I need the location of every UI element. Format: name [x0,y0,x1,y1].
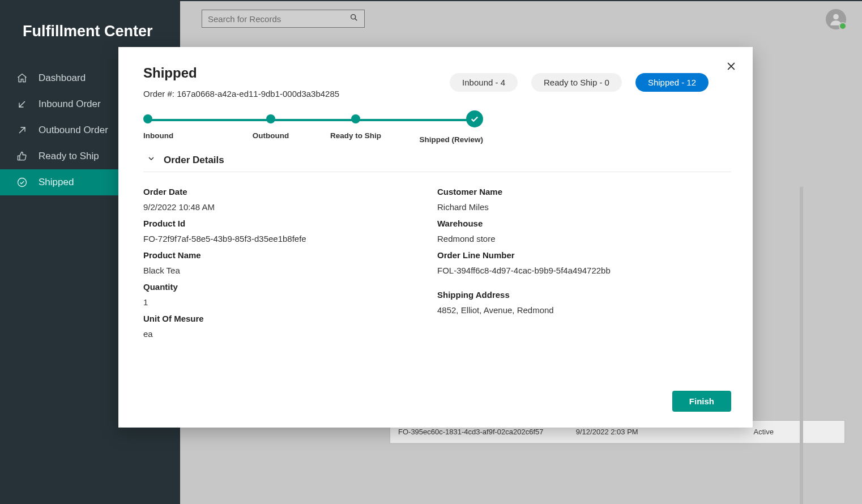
ship-label: Shipping Address [437,290,709,300]
order-date-label: Order Date [143,187,415,197]
close-icon[interactable] [726,61,737,74]
sidebar-item-label: Shipped [39,177,74,188]
topbar [180,1,862,36]
status-pills: Inbound - 4 Ready to Ship - 0 Shipped - … [450,73,709,92]
step-label: Shipped (Review) [419,135,483,144]
warehouse-value: Redmond store [437,234,709,244]
customer-value: Richard Miles [437,202,709,212]
sidebar-item-label: Inbound Order [39,99,101,110]
search-icon[interactable] [349,13,359,24]
thumbs-up-icon [16,150,28,163]
modal-title: Shipped [143,65,450,81]
sidebar-item-label: Dashboard [39,72,86,84]
row-date: 9/12/2022 2:03 PM [576,428,754,436]
order-number-value: 167a0668-a42a-ed11-9db1-000d3a3b4285 [177,89,339,99]
check-circle-icon [16,176,28,189]
step-label: Inbound [143,131,173,140]
pill-ready[interactable]: Ready to Ship - 0 [531,73,622,92]
search-box[interactable] [202,10,365,28]
sidebar-item-label: Outbound Order [39,125,108,136]
step-ready[interactable]: Ready to Ship [313,114,398,144]
ship-value: 4852, Elliot, Avenue, Redmond [437,305,709,315]
product-name-label: Product Name [143,250,415,260]
arrow-up-right-icon [16,124,28,136]
arrow-down-left-icon [16,98,28,110]
section-title: Order Details [164,155,224,166]
chevron-down-icon [147,154,156,166]
scrollbar[interactable] [800,187,803,504]
step-check-icon [466,110,483,127]
step-dot-icon [266,114,275,123]
sidebar-item-label: Ready to Ship [39,151,99,162]
product-id-value: FO-72f9f7af-58e5-43b9-85f3-d35ee1b8fefe [143,234,415,244]
customer-label: Customer Name [437,187,709,197]
stepper: Inbound Outbound Ready to Ship Shipped (… [143,114,483,144]
home-icon [16,72,28,84]
svg-point-2 [833,14,839,20]
search-input[interactable] [208,14,349,24]
order-date-value: 9/2/2022 10:48 AM [143,202,415,212]
step-shipped[interactable]: Shipped (Review) [398,114,483,144]
order-details: Order Date 9/2/2022 10:48 AM Product Id … [143,172,731,343]
quantity-value: 1 [143,297,415,307]
quantity-label: Quantity [143,282,415,292]
svg-point-1 [351,15,356,19]
uom-label: Unit Of Mesure [143,314,415,323]
avatar[interactable] [826,9,846,29]
row-id: FO-395ec60c-1831-4cd3-af9f-02ca202c6f57 [398,428,576,436]
order-modal: Shipped Order #: 167a0668-a42a-ed11-9db1… [118,47,753,428]
order-details-toggle[interactable]: Order Details [147,154,731,166]
pill-shipped[interactable]: Shipped - 12 [635,73,709,92]
step-label: Ready to Ship [330,131,381,140]
app-title: Fulfillment Center [0,0,180,54]
order-number: Order #: 167a0668-a42a-ed11-9db1-000d3a3… [143,89,450,99]
product-name-value: Black Tea [143,266,415,275]
step-dot-icon [351,114,360,123]
line-value: FOL-394ff6c8-4d97-4cac-b9b9-5f4a494722bb [437,266,709,275]
uom-value: ea [143,329,415,339]
warehouse-label: Warehouse [437,219,709,228]
line-label: Order Line Number [437,250,709,260]
pill-inbound[interactable]: Inbound - 4 [450,73,518,92]
product-id-label: Product Id [143,219,415,228]
order-number-label: Order #: [143,89,177,99]
step-inbound[interactable]: Inbound [143,114,228,144]
step-label: Outbound [253,131,289,140]
step-dot-icon [143,114,152,123]
finish-button[interactable]: Finish [672,391,731,412]
svg-point-0 [18,178,27,187]
row-status: Active [754,428,837,436]
step-outbound[interactable]: Outbound [228,114,313,144]
